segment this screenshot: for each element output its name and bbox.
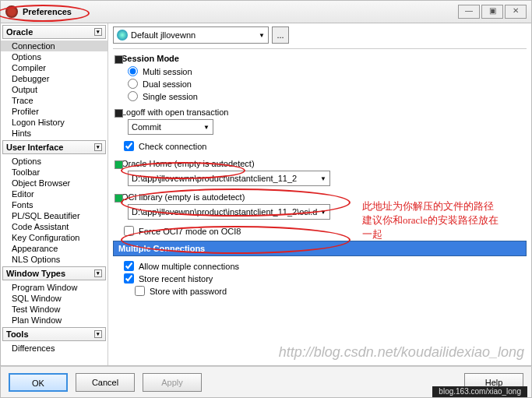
apply-button[interactable]: Apply xyxy=(143,373,202,392)
cat-oracle[interactable]: Oracle▾ xyxy=(2,25,106,39)
store-recent-checkbox[interactable] xyxy=(124,273,134,284)
chevron-down-icon[interactable]: ▾ xyxy=(94,28,102,36)
sidebar-item[interactable]: Logon History xyxy=(1,117,107,128)
chevron-down-icon[interactable]: ▾ xyxy=(94,143,102,151)
sidebar-item[interactable]: Test Window xyxy=(1,304,107,315)
sidebar: Oracle▾ Connection Options Compiler Debu… xyxy=(1,23,108,365)
oci-library-label: OCI library (empty is autodetect) xyxy=(122,192,527,202)
cat-ui[interactable]: User Interface▾ xyxy=(2,140,106,154)
check-connection-checkbox[interactable] xyxy=(124,141,134,151)
single-session-radio[interactable] xyxy=(128,91,138,101)
sidebar-item[interactable]: Options xyxy=(1,51,107,62)
minimize-button[interactable]: — xyxy=(458,5,480,19)
chevron-down-icon[interactable]: ▾ xyxy=(94,269,102,277)
multiple-connections-header: Multiple Connections xyxy=(113,241,527,256)
sidebar-item[interactable]: Profiler xyxy=(1,106,107,117)
sidebar-item[interactable]: Debugger xyxy=(1,73,107,84)
credit: blog.163.com/xiao_long xyxy=(432,386,527,397)
profile-select[interactable]: Default jllovewnn▼ xyxy=(113,26,269,44)
sidebar-item[interactable]: Compiler xyxy=(1,62,107,73)
sidebar-item[interactable]: Output xyxy=(1,84,107,95)
app-icon xyxy=(5,5,18,18)
store-password-checkbox[interactable] xyxy=(135,286,145,296)
cancel-button[interactable]: Cancel xyxy=(76,373,135,392)
sidebar-item[interactable]: Trace xyxy=(1,95,107,106)
sidebar-item[interactable]: Hints xyxy=(1,128,107,139)
sidebar-item[interactable]: Key Configuration xyxy=(1,232,107,243)
sidebar-item[interactable]: PL/SQL Beautifier xyxy=(1,210,107,221)
dual-session-radio[interactable] xyxy=(128,79,138,89)
sidebar-item[interactable]: Appearance xyxy=(1,243,107,254)
title-bar: Preferences — ▣ ✕ xyxy=(0,0,532,23)
multi-session-radio[interactable] xyxy=(128,66,138,76)
profile-more-button[interactable]: ... xyxy=(272,26,289,44)
sidebar-item[interactable]: NLS Options xyxy=(1,254,107,265)
sidebar-item[interactable]: Plan Window xyxy=(1,315,107,326)
allow-multiple-checkbox[interactable] xyxy=(124,261,134,271)
force-oci7-checkbox[interactable] xyxy=(124,226,134,236)
cat-tools[interactable]: Tools▾ xyxy=(2,327,106,341)
sidebar-item[interactable]: Options xyxy=(1,156,107,167)
logoff-combo[interactable]: Commit▼ xyxy=(128,119,213,135)
chevron-down-icon[interactable]: ▾ xyxy=(94,330,102,338)
main-panel: Default jllovewnn▼ ... Session Mode Mult… xyxy=(108,23,531,365)
sidebar-item-connection[interactable]: Connection xyxy=(1,41,107,51)
sidebar-item[interactable]: Code Assistant xyxy=(1,221,107,232)
oracle-home-label: Oracle Home (empty is autodetect) xyxy=(122,159,527,168)
sidebar-item[interactable]: SQL Window xyxy=(1,293,107,304)
oracle-home-combo[interactable]: D:\app\jllovewnn\product\instantclient_1… xyxy=(128,171,330,186)
globe-icon xyxy=(117,30,128,41)
window-title: Preferences xyxy=(23,7,458,16)
sidebar-item[interactable]: Differences xyxy=(1,343,107,354)
sidebar-item[interactable]: Program Window xyxy=(1,282,107,293)
sidebar-item[interactable]: Editor xyxy=(1,188,107,199)
oci-library-combo[interactable]: D:\app\jllovewnn\product\instantclient_1… xyxy=(128,204,330,220)
logoff-label: Logoff with open transaction xyxy=(122,107,527,117)
sidebar-item[interactable]: Toolbar xyxy=(1,167,107,178)
cat-windowtypes[interactable]: Window Types▾ xyxy=(2,266,106,280)
session-mode-title: Session Mode xyxy=(122,54,527,63)
sidebar-item[interactable]: Object Browser xyxy=(1,178,107,188)
ok-button[interactable]: OK xyxy=(9,373,68,392)
close-button[interactable]: ✕ xyxy=(505,5,527,19)
maximize-button[interactable]: ▣ xyxy=(481,5,503,19)
sidebar-item[interactable]: Fonts xyxy=(1,199,107,210)
